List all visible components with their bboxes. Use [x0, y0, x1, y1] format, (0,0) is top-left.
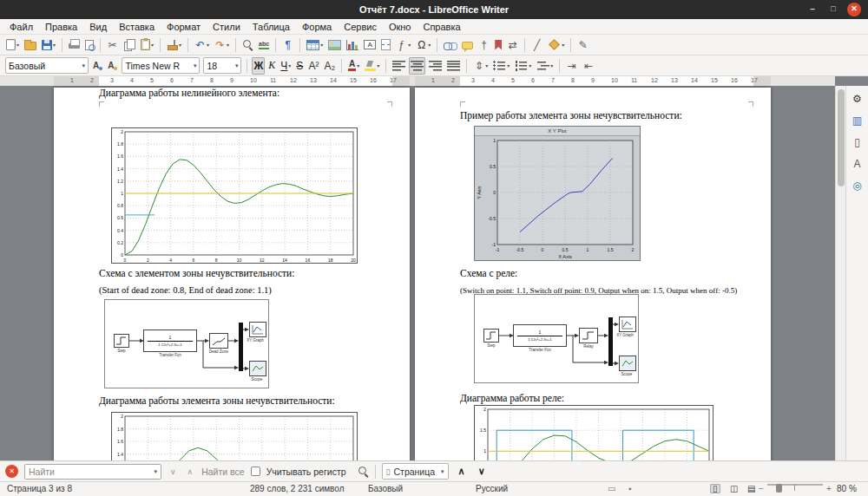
- increase-indent-button[interactable]: ⇥: [564, 57, 579, 75]
- word-count-status[interactable]: 289 слов, 2 231 символ: [250, 484, 344, 493]
- subscript-button[interactable]: A₂: [322, 57, 337, 75]
- simulink-diagram-relay[interactable]: Step 1 1.12s²+2.3s+1 Transfer Fcn Relay …: [474, 294, 639, 383]
- copy-button[interactable]: [122, 36, 137, 54]
- font-color-button[interactable]: A▾: [346, 57, 361, 75]
- scope-block[interactable]: [249, 361, 266, 376]
- step-block[interactable]: [114, 334, 129, 348]
- chevron-down-icon[interactable]: ▾: [53, 42, 56, 48]
- chevron-down-icon[interactable]: ▾: [485, 62, 488, 69]
- ruler-right-page-segment[interactable]: 1234567891011121314151617: [415, 76, 771, 86]
- underline-button[interactable]: Ч▾: [279, 57, 293, 75]
- open-file-button[interactable]: [23, 36, 38, 54]
- insert-hyperlink-button[interactable]: [442, 36, 458, 54]
- ruler-left-page-segment[interactable]: 1234567891011121314151617: [54, 76, 410, 86]
- align-justify-button[interactable]: [445, 57, 462, 75]
- clone-formatting-button[interactable]: ▾: [165, 36, 183, 54]
- chevron-down-icon[interactable]: ▾: [377, 62, 379, 69]
- search-field[interactable]: ▾: [24, 464, 161, 480]
- chevron-down-icon[interactable]: ▾: [408, 42, 411, 48]
- zoom-level[interactable]: 80 %: [837, 484, 857, 493]
- insert-bookmark-button[interactable]: [493, 36, 503, 54]
- cut-button[interactable]: ✂: [105, 36, 120, 54]
- cross-reference-button[interactable]: ⇄: [505, 36, 520, 54]
- paragraph-style-combobox[interactable]: Базовый ▾: [5, 57, 89, 74]
- zoom-out-icon[interactable]: −: [759, 484, 764, 493]
- menu-item[interactable]: Форма: [296, 19, 338, 35]
- menu-item[interactable]: Сервис: [338, 19, 383, 35]
- book-view-button[interactable]: ▤: [745, 484, 758, 493]
- chevron-down-icon[interactable]: ▾: [288, 62, 291, 69]
- chevron-down-icon[interactable]: ▾: [428, 42, 431, 48]
- page-break-button[interactable]: [379, 36, 392, 54]
- relay-block[interactable]: [579, 328, 598, 343]
- chevron-down-icon[interactable]: ▾: [154, 468, 157, 475]
- titlebar[interactable]: Отчёт 7.docx - LibreOffice Writer – □ ✕: [0, 0, 868, 19]
- chevron-down-icon[interactable]: ▾: [82, 62, 85, 69]
- find-previous-button[interactable]: ∧: [185, 467, 196, 476]
- find-next-button[interactable]: ∨: [168, 467, 179, 476]
- page-deck-icon[interactable]: ▯: [849, 134, 866, 151]
- insert-comment-button[interactable]: [460, 36, 475, 54]
- page-number-status[interactable]: Страница 3 из 8: [7, 484, 72, 493]
- search-input[interactable]: [29, 467, 151, 477]
- align-right-button[interactable]: [427, 57, 444, 75]
- chevron-down-icon[interactable]: ▾: [357, 62, 359, 69]
- strikethrough-button[interactable]: S: [294, 57, 305, 75]
- new-document-button[interactable]: ▾: [4, 36, 21, 54]
- menu-item[interactable]: Вид: [83, 19, 113, 35]
- navigator-deck-icon[interactable]: ◎: [849, 177, 866, 194]
- new-style-button[interactable]: A: [106, 57, 119, 75]
- chevron-down-icon[interactable]: ▾: [441, 468, 444, 475]
- insert-image-button[interactable]: [326, 36, 343, 54]
- zoom-slider-thumb[interactable]: [776, 484, 782, 493]
- update-style-button[interactable]: A: [91, 57, 104, 75]
- chevron-down-icon[interactable]: ▾: [235, 62, 239, 69]
- chevron-down-icon[interactable]: ▾: [207, 42, 209, 48]
- insert-footnote-button[interactable]: †: [477, 36, 491, 54]
- chevron-down-icon[interactable]: ▾: [151, 42, 154, 48]
- close-findbar-button[interactable]: ✕: [5, 465, 18, 478]
- numbered-list-button[interactable]: ▾: [513, 57, 533, 75]
- minimize-button[interactable]: –: [806, 3, 819, 16]
- page-style-status[interactable]: Базовый: [368, 484, 403, 493]
- navigate-next-button[interactable]: ∨: [475, 466, 489, 477]
- search-options-icon[interactable]: [358, 466, 369, 477]
- insert-chart-button[interactable]: [345, 36, 360, 54]
- mux-block[interactable]: [608, 317, 613, 366]
- chevron-down-icon[interactable]: ▾: [16, 42, 19, 48]
- menu-item[interactable]: Правка: [39, 19, 83, 35]
- align-left-button[interactable]: [391, 57, 407, 75]
- print-button[interactable]: [67, 36, 82, 54]
- menu-item[interactable]: Стили: [207, 19, 247, 35]
- scope-block[interactable]: [619, 356, 636, 371]
- xy-graph-block[interactable]: [249, 322, 266, 337]
- chevron-down-icon[interactable]: ▾: [550, 62, 553, 69]
- insert-line-button[interactable]: ╱: [529, 36, 544, 54]
- match-case-checkbox[interactable]: [251, 467, 260, 476]
- selection-mode-icon[interactable]: ▭: [608, 484, 615, 493]
- paste-button[interactable]: ▾: [139, 36, 155, 54]
- transfer-fcn-block[interactable]: 1 1.12s²+2.3s+1: [143, 330, 197, 352]
- dead-zone-block[interactable]: [209, 333, 228, 349]
- chevron-down-icon[interactable]: ▾: [507, 62, 510, 69]
- insert-field-button[interactable]: ƒ▾: [394, 36, 412, 54]
- xy-plot-figure[interactable]: X Y Plot -1-0.500.511.5210.50-0.5-1X Axi…: [474, 126, 641, 261]
- menu-item[interactable]: Справка: [417, 19, 466, 35]
- zoom-in-icon[interactable]: +: [826, 484, 832, 493]
- multi-page-view-button[interactable]: ◫: [727, 484, 740, 493]
- highlight-color-button[interactable]: ▾: [363, 57, 381, 75]
- special-character-button[interactable]: Ω▾: [414, 36, 432, 54]
- step-block[interactable]: [483, 329, 499, 343]
- xy-graph-block[interactable]: [619, 317, 636, 332]
- chevron-down-icon[interactable]: ▾: [227, 42, 229, 48]
- font-size-combobox[interactable]: 18 ▾: [203, 57, 241, 74]
- menu-item[interactable]: Таблица: [247, 19, 296, 35]
- chevron-down-icon[interactable]: ▾: [179, 42, 181, 48]
- insert-textbox-button[interactable]: A: [362, 36, 378, 54]
- find-replace-button[interactable]: [240, 36, 255, 54]
- formatting-marks-button[interactable]: ¶: [280, 36, 295, 54]
- bullet-list-button[interactable]: ▾: [491, 57, 511, 75]
- language-status[interactable]: Русский: [476, 484, 508, 493]
- menu-item[interactable]: Файл: [3, 19, 39, 35]
- navigate-by-combobox[interactable]: ▯ Страница ▾: [382, 463, 449, 480]
